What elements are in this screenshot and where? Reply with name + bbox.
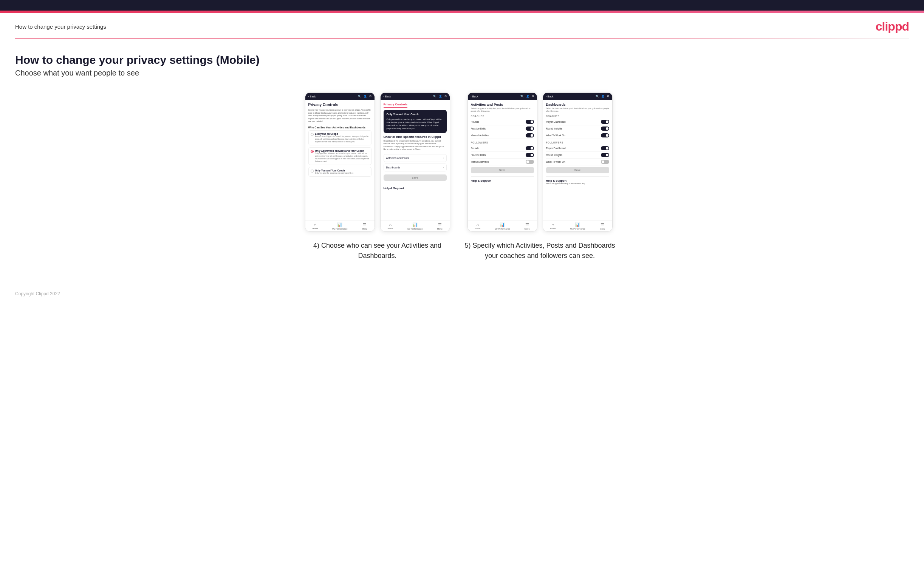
- chart-icon-2: 📊: [412, 222, 418, 227]
- phone-2-home[interactable]: ⌂ Home: [388, 222, 393, 230]
- phone-2-nav: ‹ Back 🔍 👤 ⚙: [381, 93, 450, 100]
- phone-2-performance[interactable]: 📊 My Performance: [407, 222, 423, 230]
- person-icon-3[interactable]: 👤: [526, 95, 530, 98]
- phone-4-content: Dashboards Select the dashboards that yo…: [543, 100, 612, 221]
- home-label-2: Home: [388, 227, 393, 230]
- toggle-whattoworkon-followers: What To Work On: [546, 159, 609, 165]
- rounds-toggle-f[interactable]: [526, 146, 534, 150]
- mockup-pair-2: ‹ Back 🔍 👤 ⚙ Activities and Posts Select…: [467, 92, 612, 232]
- rounds-toggle-c[interactable]: [526, 120, 534, 124]
- radio-title-3: Only You and Your Coach: [315, 169, 354, 172]
- followers-heading-4: FOLLOWERS: [546, 141, 609, 144]
- save-button-4[interactable]: Save: [546, 167, 609, 173]
- radio-option-3[interactable]: Only You and Your Coach Only you and the…: [309, 167, 372, 177]
- phone-1-back-label: Back: [310, 95, 316, 98]
- drills-label-c: Practice Drills: [471, 127, 486, 130]
- phone-3: ‹ Back 🔍 👤 ⚙ Activities and Posts Select…: [467, 92, 537, 232]
- toggle-rounds-followers: Rounds: [471, 145, 534, 152]
- chart-icon: 📊: [337, 222, 342, 227]
- phone-4-performance[interactable]: 📊 My Performance: [570, 222, 585, 230]
- radio-text-3: Only You and Your Coach Only you and the…: [315, 169, 354, 174]
- phone-1-back[interactable]: ‹ Back: [309, 95, 316, 98]
- roundinsights-label-c: Round Insights: [546, 127, 562, 130]
- search-icon-4[interactable]: 🔍: [596, 95, 599, 98]
- search-icon-3[interactable]: 🔍: [520, 95, 524, 98]
- menu-item-activities[interactable]: Activities and Posts ›: [384, 154, 447, 162]
- phone-3-content: Activities and Posts Select the types of…: [468, 100, 537, 221]
- playerdash-toggle-c[interactable]: [601, 120, 609, 124]
- roundinsights-toggle-f[interactable]: [601, 153, 609, 157]
- caption-2: 5) Specify which Activities, Posts and D…: [461, 240, 619, 261]
- radio-desc-3: Only you and the coaches you connect wit…: [315, 172, 354, 174]
- menu-label-4: Menu: [600, 228, 605, 230]
- footer: Copyright Clippd 2022: [0, 284, 924, 304]
- phone-1-body: Control how you and your data appears to…: [309, 109, 372, 123]
- settings-icon-3[interactable]: ⚙: [532, 95, 534, 98]
- phone-2-menu[interactable]: ☰ Menu: [437, 222, 443, 230]
- phone-3-menu[interactable]: ☰ Menu: [525, 222, 530, 230]
- settings-icon-2[interactable]: ⚙: [444, 95, 447, 98]
- chart-icon-3: 📊: [499, 222, 505, 227]
- phone-1: ‹ Back 🔍 👤 ⚙ Privacy Controls Control ho…: [305, 92, 375, 232]
- drills-toggle-f[interactable]: [526, 153, 534, 157]
- performance-label-3: My Performance: [495, 228, 510, 230]
- phone-3-title: Activities and Posts: [471, 103, 534, 106]
- drills-toggle-c[interactable]: [526, 126, 534, 131]
- radio-option-2[interactable]: Only Approved Followers and Your Coach O…: [309, 147, 372, 165]
- save-button-2[interactable]: Save: [384, 174, 447, 181]
- person-icon[interactable]: 👤: [363, 95, 367, 98]
- whattoworkon-toggle-c[interactable]: [601, 133, 609, 137]
- phone-1-home[interactable]: ⌂ Home: [313, 222, 318, 230]
- phone-1-performance[interactable]: 📊 My Performance: [332, 222, 347, 230]
- toggle-playerdash-followers: Player Dashboard: [546, 145, 609, 152]
- performance-label-4: My Performance: [570, 228, 585, 230]
- phone-4-menu[interactable]: ☰ Menu: [600, 222, 605, 230]
- whattoworkon-label-c: What To Work On: [546, 134, 565, 137]
- radio-desc-2: Only approved followers and coaches you …: [315, 152, 369, 163]
- menu-item-dashboards[interactable]: Dashboards ›: [384, 163, 447, 171]
- menu-label-2: Menu: [437, 228, 443, 230]
- phone-2-back[interactable]: ‹ Back: [384, 95, 391, 98]
- mockups-row: ‹ Back 🔍 👤 ⚙ Privacy Controls Control ho…: [15, 92, 909, 261]
- home-icon-3: ⌂: [477, 222, 479, 227]
- radio-dot-3: [311, 169, 314, 172]
- settings-icon[interactable]: ⚙: [369, 95, 372, 98]
- phone-1-icons: 🔍 👤 ⚙: [358, 95, 372, 98]
- phone-3-performance[interactable]: 📊 My Performance: [495, 222, 510, 230]
- settings-icon-4[interactable]: ⚙: [607, 95, 609, 98]
- phone-1-section: Who Can See Your Activities and Dashboar…: [309, 126, 372, 129]
- person-icon-2[interactable]: 👤: [439, 95, 442, 98]
- phone-2-back-label: Back: [385, 95, 391, 98]
- manual-toggle-f[interactable]: [526, 160, 534, 164]
- phone-3-back[interactable]: ‹ Back: [471, 95, 478, 98]
- radio-option-1[interactable]: Everyone on Clippd Everyone on Clippd ca…: [309, 130, 372, 145]
- drills-label-f: Practice Drills: [471, 154, 486, 156]
- phone-3-bottom: ⌂ Home 📊 My Performance ☰ Menu: [468, 221, 537, 231]
- manual-toggle-c[interactable]: [526, 133, 534, 137]
- phone-4-home[interactable]: ⌂ Home: [550, 222, 556, 230]
- chart-icon-4: 📊: [575, 222, 580, 227]
- toggle-drills-followers: Practice Drills: [471, 152, 534, 159]
- phone-3-home[interactable]: ⌂ Home: [475, 222, 481, 230]
- search-icon[interactable]: 🔍: [358, 95, 361, 98]
- radio-dot-2: [311, 150, 314, 153]
- show-hide-title: Show or hide specific features in Clippd: [384, 135, 447, 139]
- help-support-2: Help & Support: [384, 184, 447, 190]
- performance-label: My Performance: [332, 228, 347, 230]
- phone-4-back[interactable]: ‹ Back: [546, 95, 554, 98]
- breadcrumb: How to change your privacy settings: [15, 23, 106, 30]
- phone-1-menu[interactable]: ☰ Menu: [362, 222, 367, 230]
- roundinsights-toggle-c[interactable]: [601, 126, 609, 131]
- home-label-3: Home: [475, 227, 481, 230]
- header: How to change your privacy settings clip…: [0, 13, 924, 38]
- phone-4: ‹ Back 🔍 👤 ⚙ Dashboards Select the dashb…: [543, 92, 612, 232]
- main-content: How to change your privacy settings (Mob…: [0, 39, 924, 284]
- whattoworkon-toggle-f[interactable]: [601, 160, 609, 164]
- radio-title-1: Everyone on Clippd: [315, 132, 369, 135]
- search-icon-2[interactable]: 🔍: [433, 95, 436, 98]
- phone-2-tab[interactable]: Privacy Controls: [384, 103, 408, 108]
- playerdash-toggle-f[interactable]: [601, 146, 609, 150]
- phone-4-nav: ‹ Back 🔍 👤 ⚙: [543, 93, 612, 100]
- save-button-3[interactable]: Save: [471, 167, 534, 173]
- person-icon-4[interactable]: 👤: [601, 95, 605, 98]
